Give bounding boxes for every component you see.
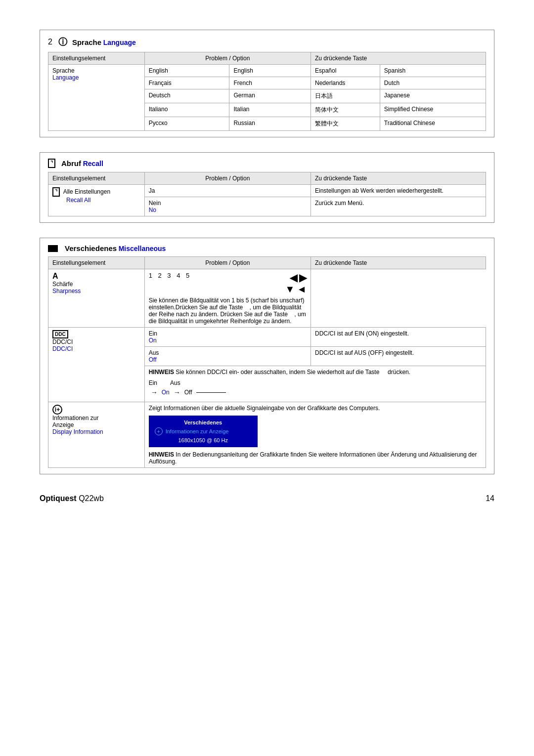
lang-opt-3: Deutsch [144, 89, 229, 103]
arrow-right-icon: ▶ [299, 272, 307, 284]
screenshot-info-row: + Informationen zur Anzeige [155, 427, 252, 435]
ddc-hinweis-text: HINWEIS Sie können DDC/CI ein- oder auss… [149, 369, 482, 376]
misc-col-setting: Einstellungselement [48, 257, 145, 269]
ddc-setting-cell: DDC DDC/CI DDC/CI [48, 328, 145, 402]
lang-setting-de: Sprache [52, 67, 75, 74]
diagram-arrow2: → [174, 388, 180, 396]
lang-key-5: Russian [229, 117, 311, 131]
ddc-on-en: On [149, 337, 157, 344]
misc-col-problem: Problem / Option [144, 257, 311, 269]
arrow-left-icon: ◀ [290, 272, 297, 284]
lang-key2-2: Dutch [380, 77, 486, 89]
ddc-off-en: Off [149, 356, 157, 363]
recall-yes-de: Ja [144, 185, 311, 197]
lang-key2-4: Simplified Chinese [380, 103, 486, 117]
diagram-aus-label: Aus [170, 379, 180, 386]
recall-section: ⌝ Abruf Recall Einstellungselement Probl… [40, 152, 494, 223]
recall-icon: ⌝ [48, 159, 55, 168]
sharpness-values-cell: 1 2 3 4 5 ◀ ▶ ▼ ◄ [144, 269, 311, 328]
display-info-en: Display Information [52, 428, 103, 435]
diagram-ein-label: Ein [149, 379, 157, 386]
misc-title-de: Verschiedenes [65, 244, 117, 252]
diagram-off-label: Off [184, 389, 192, 396]
display-info-setting-cell: i+ Informationen zur Anzeige Display Inf… [48, 402, 145, 468]
sharpness-icon: A [52, 272, 58, 280]
lang-key2-5: Traditional Chinese [380, 117, 486, 131]
table-row: A Schärfe Sharpness 1 2 3 4 5 ◀ ▶ [48, 269, 486, 328]
table-row: Sprache Language English English Español… [48, 65, 486, 77]
hinweis-label2: HINWEIS [149, 451, 174, 458]
ddc-icon: DDC [52, 330, 68, 338]
lang-opt-4: Italiano [144, 103, 229, 117]
lang-col-key: Zu drückende Taste [311, 52, 486, 65]
display-info-desc: Zeigt Informationen über die aktuelle Si… [149, 405, 482, 412]
diagram-on-label: On [162, 389, 170, 396]
display-info-hinweis: HINWEIS In der Bedienungsanleitung der G… [149, 451, 482, 465]
lang-setting-en: Language [52, 74, 79, 81]
hinweis-label: HINWEIS [149, 369, 174, 376]
language-icon: 2 [48, 38, 52, 46]
diagram-line [196, 392, 226, 393]
recall-no-desc: Zurück zum Menü. [311, 197, 486, 216]
language-header: 2 ⓘ Sprache Language [48, 36, 486, 52]
ddc-off-de: Aus [149, 349, 159, 356]
ddc-de: DDC/CI [52, 338, 73, 345]
language-title-block: Sprache Language [72, 38, 136, 46]
recall-setting-de: Alle Einstellungen [63, 188, 110, 195]
ddc-on-cell: Ein On [144, 328, 311, 347]
brand-bold: Optiquest [40, 494, 77, 503]
arrow-down-icon: ▼ [285, 284, 295, 295]
lang-key-2: French [229, 77, 311, 89]
ddc-diagram: Ein Aus [149, 378, 482, 388]
recall-title-de: Abruf [61, 159, 81, 168]
lang-opt2-3: 日本語 [311, 89, 380, 103]
brand-name: Optiquest Q22wb [40, 494, 104, 503]
info-icon: i+ [52, 405, 62, 415]
recall-table: Einstellungselement Problem / Option Zu … [48, 172, 486, 216]
sharpness-setting-cell: A Schärfe Sharpness [48, 269, 145, 328]
sharpness-en: Sharpness [52, 288, 81, 294]
language-title-en: Language [103, 39, 136, 46]
misc-col-key: Zu drückende Taste [311, 257, 486, 269]
ddc-en: DDC/CI [52, 345, 73, 352]
lang-setting-cell: Sprache Language [48, 65, 145, 131]
table-row: DDC DDC/CI DDC/CI Ein On DDC/CI ist auf … [48, 328, 486, 347]
ddc-on-de: Ein [149, 330, 157, 337]
model-name: Q22wb [79, 494, 104, 503]
language-icon-symbol: ⓘ [58, 36, 67, 48]
table-row: ⌝ Alle Einstellungen Recall All Ja Einst… [48, 185, 486, 197]
lang-key2-1: Spanish [380, 65, 486, 77]
recall-all-icon: ⌝ [52, 187, 60, 197]
display-info-de1: Informationen zur [52, 415, 98, 421]
lang-opt2-1: Español [311, 65, 380, 77]
lang-opt2-5: 繁體中文 [311, 117, 380, 131]
lang-col-setting: Einstellungselement [48, 52, 145, 65]
lang-opt2-2: Nederlands [311, 77, 380, 89]
sharpness-de: Schärfe [52, 281, 73, 288]
page-number: 14 [486, 494, 494, 503]
lang-key-3: German [229, 89, 311, 103]
lang-opt-2: Français [144, 77, 229, 89]
recall-title-block: Abruf Recall [61, 159, 103, 168]
lang-key2-3: Japanese [380, 89, 486, 103]
diagram-arrow1: → [151, 388, 158, 396]
lang-col-problem: Problem / Option [144, 52, 311, 65]
recall-no-de: NeinNo [144, 197, 311, 216]
language-section: 2 ⓘ Sprache Language Einstellungselement… [40, 30, 494, 137]
sharpness-desc: Sie können die Bildqualität von 1 bis 5 … [149, 297, 307, 325]
footer: Optiquest Q22wb 14 [40, 494, 494, 503]
misc-icon [48, 245, 58, 252]
recall-yes-desc: Einstellungen ab Werk werden wiederherge… [311, 185, 486, 197]
recall-header: ⌝ Abruf Recall [48, 159, 486, 172]
display-info-screenshot: Verschiedenes + Informationen zur Anzeig… [149, 416, 258, 447]
misc-title-en: Miscellaneous [119, 245, 166, 252]
screenshot-label: Informationen zur Anzeige [166, 428, 229, 434]
recall-setting-en: Recall All [66, 197, 90, 204]
ddc-off-cell: Aus Off [144, 347, 311, 366]
language-table: Einstellungselement Problem / Option Zu … [48, 52, 486, 131]
misc-title-block: Verschiedenes Miscellaneous [65, 244, 166, 252]
lang-opt-1: English [144, 65, 229, 77]
lang-key-4: Italian [229, 103, 311, 117]
table-row: i+ Informationen zur Anzeige Display Inf… [48, 402, 486, 468]
footer-brand-block: Optiquest Q22wb [40, 494, 104, 503]
